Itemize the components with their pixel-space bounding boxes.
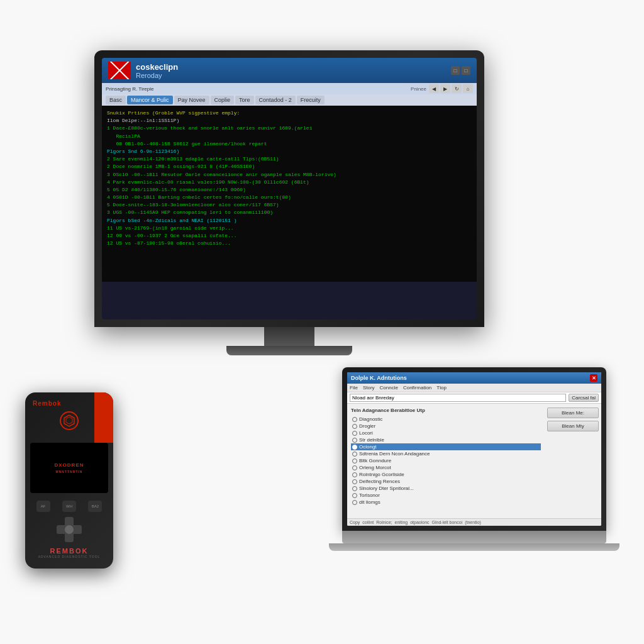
menu-tlop[interactable]: Tlop [436,385,447,391]
laptop-screen-outer: Dolple K. Adntutions ✕ File Story Conncl… [342,367,606,531]
dialog-right-panel: Blean Me: Blean Mty [545,404,601,518]
toolbar-coplie[interactable]: Coplie [211,96,235,104]
console-line-15: Plgors bSed -4n-Zdicals and NEAI (112015… [107,217,472,224]
radio-delfecting[interactable]: Delfecting Rences [351,478,541,485]
nav-home-btn[interactable]: ⌂ [463,84,473,93]
console-line-3: 1 Dace-£880c-verious thock and snorle an… [107,125,472,131]
footer-tnentio[interactable]: (tnentio) [465,520,481,525]
radio-dot [352,465,357,470]
maximize-btn[interactable]: □ [462,66,470,75]
radio-dot [352,424,357,429]
footer-coilint[interactable]: coilint [362,520,374,525]
console-line-2: Ilom Delpe:--lnl:1SS11P) [107,117,472,124]
search-bar: Carcsal fal [347,392,601,404]
svg-marker-1 [66,417,72,424]
laptop-screen: Dolple K. Adntutions ✕ File Story Conncl… [347,372,601,526]
app-logo [108,62,131,79]
footer-enlting[interactable]: enlting [395,520,408,525]
radio-dlt[interactable]: dlt llomgs [351,499,541,506]
console-line-8: 2 Doce nonmrile 1MB-1 ossings-021 8 (41P… [107,163,472,170]
menu-confirmation[interactable]: Confirmation [403,385,431,391]
console-line-11: 5 05 D2 #40/l1380-l5-76 conmanioonc:/143… [107,186,472,193]
radio-dot [352,472,357,477]
console-line-6: Plgors Snd 6-9n-1123416) [107,148,472,155]
console-line-1: Snukix Prtines (Groble WVP sigpestive em… [107,109,472,116]
radio-orleng[interactable]: Orleng Morcot [351,464,541,471]
nav-refresh-btn[interactable]: ↻ [452,84,462,93]
dialog-close-btn[interactable]: ✕ [590,374,597,382]
toolbar-mancor[interactable]: Mancor & Pulic [127,96,173,104]
app-subtitle: Reroday [136,72,178,79]
handheld-nav [30,517,108,542]
dialog-panel-title: Teln Adagnance Berabltloe Utp [351,408,541,413]
handheld-btn-ba2[interactable]: BA2 [88,501,102,512]
menu-story[interactable]: Story [363,385,375,391]
nav-back-btn[interactable]: ◀ [429,84,439,93]
toolbar-tore[interactable]: Tore [235,96,254,104]
toolbar-basc[interactable]: Basc [106,96,126,104]
menu-file[interactable]: File [350,385,358,391]
footer-otpaolonc[interactable]: otpaolonc [410,520,429,525]
radio-dot [352,486,357,491]
app-title: coskeclipn [136,62,178,72]
monitor-screen: coskeclipn Reroday □ □ Prinsagting R. Ti… [102,58,477,319]
footer-copy[interactable]: Copy [350,520,360,525]
radio-rolntnigo[interactable]: Rolntnigo Gcorllside [351,471,541,478]
radio-dot [352,431,357,436]
screen-toolbar: Basc Mancor & Pulic Pay Novee Coplie Tor… [102,94,477,106]
dialog-footer: Copy coilint Rolnice; enlting otpaolonc … [347,518,601,526]
radio-dot [352,479,357,484]
laptop: Dolple K. Adntutions ✕ File Story Conncl… [342,367,606,581]
console-area: Snukix Prtines (Groble WVP sigpestive em… [102,106,477,282]
handheld-btn-af[interactable]: AF [36,501,50,512]
dpad-center[interactable] [65,525,74,534]
radio-diagnostic[interactable]: Diagnostic [351,416,541,423]
toolbar-contadod[interactable]: Contadod - 2 [255,96,296,104]
blean-mty-button[interactable]: Blean Mty [547,421,599,431]
monitor-base [226,346,352,355]
search-input[interactable] [350,394,566,402]
monitor-outer: coskeclipn Reroday □ □ Prinsagting R. Ti… [94,50,484,327]
desktop-monitor: coskeclipn Reroday □ □ Prinsagting R. Ti… [94,50,484,352]
dialog-titlebar: Dolple K. Adntutions ✕ [347,372,601,384]
nav-forward-btn[interactable]: ▶ [440,84,450,93]
cancel-button[interactable]: Carcsal fal [569,394,599,402]
menu-conncle[interactable]: Conncle [380,385,398,391]
radio-locori[interactable]: Locori [351,430,541,436]
radio-torlsonor[interactable]: Torlsonor [351,492,541,499]
handheld-dpad[interactable] [57,517,82,542]
address-label: Prinsagting R. Tireple [106,86,408,92]
radio-oclongt[interactable]: Oclongt [351,443,541,450]
footer-glnd[interactable]: Glnd-lelt boncoi [432,520,463,525]
dialog-window: Dolple K. Adntutions ✕ File Story Conncl… [347,372,601,526]
radio-bltk[interactable]: Bltk Gonndure [351,457,541,464]
minimize-btn[interactable]: □ [451,66,460,75]
handheld-screen-subtext: MNNTTNRTIN [54,470,84,474]
handheld-logo-icon [60,411,79,430]
radio-drogler[interactable]: Drogler [351,423,541,430]
console-line-13: 5 Doce-snite--183-18-3olomnlencloonr alc… [107,201,472,208]
radio-str[interactable]: Str delnlble [351,436,541,443]
scene: coskeclipn Reroday □ □ Prinsagting R. Ti… [0,0,644,644]
toolbar-pay[interactable]: Pay Novee [174,96,209,104]
handheld-screen-text: DXODREN [54,462,84,469]
handheld-sublabel: ADVANCED DIAGNOSTIC TOOL [30,555,108,558]
console-line-5: 08 0B1-06--408-l5B S8612 gue ilnmeone/lh… [107,140,472,147]
window-controls: □ □ [451,66,470,75]
console-line-14: 3 UGS -00--114SA9 HEP connopating leri t… [107,209,472,216]
toolbar-frecuity[interactable]: Frecuity [297,96,325,104]
console-line-12: 4 0S01D -00-1Bll Barting cnbelc certes f… [107,194,472,201]
radio-sdtrenia[interactable]: Sdtrenia Dern Ncon Andagance [351,450,541,457]
radio-slnolory[interactable]: Slnolory Dter Spntloral... [351,485,541,492]
blean-me-button[interactable]: Blean Me: [547,408,599,418]
handheld-body: Rembok DXODREN MNNTTNRTIN AF WH BA2 [25,392,113,569]
dialog-body: Teln Adagnance Berabltloe Utp Diagnostic… [347,404,601,518]
console-line-4: RecislPA [107,133,472,140]
handheld-screen: DXODREN MNNTTNRTIN [30,443,108,493]
address-bar: Prinsagting R. Tireple Pninee ◀ ▶ ↻ ⌂ [102,83,477,94]
screen-header: coskeclipn Reroday □ □ [102,58,477,83]
radio-dot [352,452,357,457]
radio-list: Diagnostic Drogler Locori [351,416,541,506]
handheld-btn-wh[interactable]: WH [62,501,76,512]
footer-rolnice[interactable]: Rolnice; [376,520,392,525]
